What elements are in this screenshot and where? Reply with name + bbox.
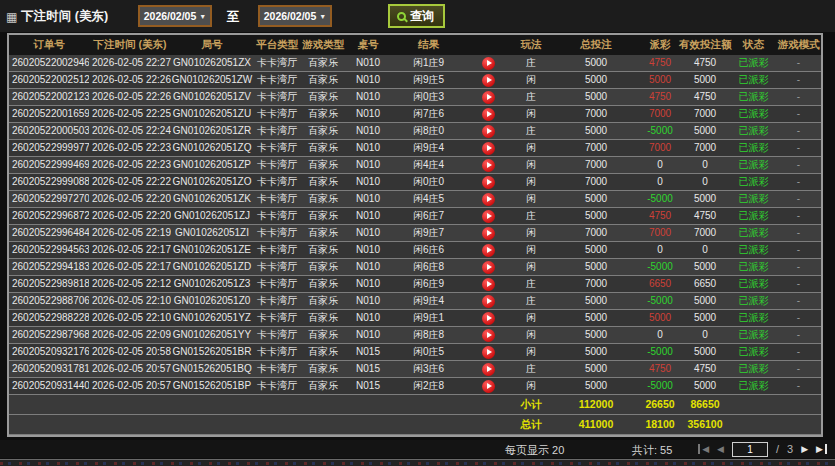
col-status: 状态 — [731, 35, 776, 55]
game-type: 百家乐 — [301, 157, 345, 174]
bet-type: 闲 — [511, 327, 551, 344]
status: 已派彩 — [731, 276, 776, 293]
table-number: N010 — [345, 327, 391, 344]
bet-type: 庄 — [511, 276, 551, 293]
replay-icon[interactable] — [482, 278, 495, 291]
chevron-down-icon: ▼ — [319, 13, 326, 20]
game-mode: - — [776, 344, 821, 361]
first-page-icon[interactable]: ◀ — [698, 444, 709, 454]
table-number: N010 — [345, 293, 391, 310]
game-type: 百家乐 — [301, 276, 345, 293]
total-bet: 5000 — [551, 89, 641, 106]
status: 已派彩 — [731, 174, 776, 191]
round-number: GN010262051ZI — [171, 225, 253, 242]
replay-icon[interactable] — [482, 108, 495, 121]
game-mode: - — [776, 72, 821, 89]
table-number: N015 — [345, 344, 391, 361]
valid-bet: 5000 — [679, 191, 731, 208]
platform-type: 卡卡湾厅 — [253, 293, 301, 310]
valid-bet: 4750 — [679, 361, 731, 378]
status: 已派彩 — [731, 106, 776, 123]
bet-type: 闲 — [511, 106, 551, 123]
replay-icon[interactable] — [482, 142, 495, 155]
subtotal-total-bet: 112000 — [551, 395, 641, 415]
total-bet: 7000 — [551, 106, 641, 123]
replay-icon[interactable] — [482, 91, 495, 104]
game-result: 闲3庄6 — [391, 361, 466, 378]
bet-type: 庄 — [511, 89, 551, 106]
payout: 7000 — [641, 106, 679, 123]
bet-type: 闲 — [511, 140, 551, 157]
replay-icon[interactable] — [482, 244, 495, 257]
replay-icon[interactable] — [482, 227, 495, 240]
valid-bet: 6650 — [679, 276, 731, 293]
replay-icon[interactable] — [482, 261, 495, 274]
replay-icon[interactable] — [482, 380, 495, 393]
order-number: 260205229964841 — [9, 225, 89, 242]
table-number: N010 — [345, 72, 391, 89]
payout: -5000 — [641, 344, 679, 361]
total-bet: 7000 — [551, 276, 641, 293]
table-row: 2602052299418312026-02-05 22:17:04GN0102… — [9, 259, 821, 276]
prev-page-icon[interactable]: ◀ — [717, 444, 724, 454]
valid-bet: 0 — [679, 327, 731, 344]
platform-type: 卡卡湾厅 — [253, 378, 301, 395]
last-page-icon[interactable]: ▶ — [816, 444, 827, 454]
platform-type: 卡卡湾厅 — [253, 276, 301, 293]
date-to-value: 2026/02/05 — [264, 10, 317, 22]
replay-icon[interactable] — [482, 312, 495, 325]
platform-type: 卡卡湾厅 — [253, 344, 301, 361]
replay-icon[interactable] — [482, 74, 495, 87]
bet-type: 闲 — [511, 72, 551, 89]
total-bet: 5000 — [551, 72, 641, 89]
round-number: GN015262051BQ — [171, 361, 253, 378]
platform-type: 卡卡湾厅 — [253, 225, 301, 242]
table-number: N010 — [345, 55, 391, 72]
total-payout: 18100 — [641, 415, 679, 435]
order-number: 260205229879686 — [9, 327, 89, 344]
date-to-select[interactable]: 2026/02/05 ▼ — [258, 5, 332, 27]
order-number: 260205220025128 — [9, 72, 89, 89]
subtotal-valid-bet: 86650 — [679, 395, 731, 415]
total-bet: 7000 — [551, 174, 641, 191]
game-type: 百家乐 — [301, 242, 345, 259]
page-number-input[interactable] — [732, 442, 768, 457]
total-bet: 5000 — [551, 310, 641, 327]
payout: -5000 — [641, 191, 679, 208]
table-number: N010 — [345, 208, 391, 225]
bet-records-panel: 订单号 下注时间 (美东) 局号 平台类型 游戏类型 桌号 结果 玩法 总投注 … — [7, 33, 823, 437]
replay-cell — [466, 208, 511, 225]
payout: 6650 — [641, 276, 679, 293]
next-page-icon[interactable]: ▶ — [801, 444, 808, 454]
replay-icon[interactable] — [482, 295, 495, 308]
round-number: GN010262051ZD — [171, 259, 253, 276]
replay-icon[interactable] — [482, 193, 495, 206]
replay-icon[interactable] — [482, 329, 495, 342]
replay-icon[interactable] — [482, 57, 495, 70]
search-button[interactable]: 查询 — [388, 4, 445, 28]
platform-type: 卡卡湾厅 — [253, 259, 301, 276]
replay-icon[interactable] — [482, 363, 495, 376]
replay-icon[interactable] — [482, 176, 495, 189]
table-row: 2602052298796862026-02-05 22:09:59GN0102… — [9, 327, 821, 344]
round-number: GN010262051ZR — [171, 123, 253, 140]
replay-icon[interactable] — [482, 125, 495, 138]
table-row: 2602052299727002026-02-05 22:20:35GN0102… — [9, 191, 821, 208]
col-table-number: 桌号 — [345, 35, 391, 55]
bet-type: 闲 — [511, 225, 551, 242]
subtotal-label: 小计 — [511, 395, 551, 415]
order-number: 260205229999778 — [9, 140, 89, 157]
date-from-select[interactable]: 2026/02/05 ▼ — [138, 5, 212, 27]
replay-icon[interactable] — [482, 159, 495, 172]
bet-time: 2026-02-05 22:25:44 — [89, 106, 171, 123]
replay-icon[interactable] — [482, 210, 495, 223]
game-mode: - — [776, 55, 821, 72]
round-number: GN010262051Z0 — [171, 293, 253, 310]
replay-icon[interactable] — [482, 346, 495, 359]
game-type: 百家乐 — [301, 72, 345, 89]
game-mode: - — [776, 242, 821, 259]
table-row: 2602052299687222026-02-05 22:20:07GN0102… — [9, 208, 821, 225]
status: 已派彩 — [731, 208, 776, 225]
round-number: GN010262051Z3 — [171, 276, 253, 293]
payout: 0 — [641, 327, 679, 344]
